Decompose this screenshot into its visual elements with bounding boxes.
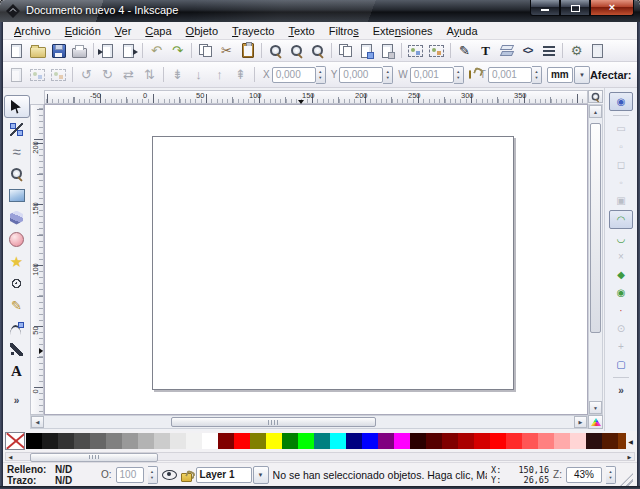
vertical-scrollbar[interactable] bbox=[588, 104, 603, 415]
snap-nodes-button[interactable]: ◠ bbox=[609, 210, 633, 229]
star-tool-button[interactable]: ★ bbox=[5, 251, 29, 272]
zoom-page-button[interactable] bbox=[307, 41, 328, 61]
palette-swatch[interactable] bbox=[170, 433, 186, 449]
raise-to-top-button[interactable]: ⇞ bbox=[230, 65, 251, 85]
selector-tool-button[interactable] bbox=[4, 95, 30, 118]
snap-cusp-nodes-button[interactable]: ◆ bbox=[610, 266, 632, 283]
paste-button[interactable] bbox=[237, 41, 258, 61]
create-clone-button[interactable] bbox=[356, 41, 377, 61]
palette-scroll-right-icon[interactable] bbox=[625, 453, 634, 460]
pencil-tool-button[interactable]: ✎ bbox=[5, 295, 29, 316]
spiral-tool-button[interactable] bbox=[5, 273, 29, 294]
copy-button[interactable] bbox=[195, 41, 216, 61]
snap-bbox-centers-button[interactable]: ▣ bbox=[610, 192, 632, 209]
layer-visibility-eye-icon[interactable] bbox=[162, 470, 177, 480]
palette-swatch[interactable] bbox=[74, 433, 90, 449]
scroll-down-arrow-icon[interactable] bbox=[589, 401, 602, 414]
rotate-cw-button[interactable]: ↻ bbox=[97, 65, 118, 85]
palette-swatch[interactable] bbox=[90, 433, 106, 449]
snap-line-midpoints-button[interactable]: · bbox=[610, 302, 632, 319]
palette-swatch[interactable] bbox=[570, 433, 586, 449]
palette-scroll-arrow-icon[interactable] bbox=[626, 433, 635, 449]
layer-selector[interactable]: Layer 1 bbox=[196, 466, 269, 484]
unit-select-arrow-icon[interactable] bbox=[574, 66, 590, 84]
close-button[interactable]: × bbox=[590, 0, 634, 16]
palette-swatch[interactable] bbox=[538, 433, 554, 449]
cut-button[interactable]: ✂ bbox=[216, 41, 237, 61]
layer-selector-arrow-icon[interactable] bbox=[253, 466, 269, 484]
tweak-tool-button[interactable]: ≈ bbox=[5, 141, 29, 162]
palette-swatch[interactable] bbox=[250, 433, 266, 449]
palette-swatch[interactable] bbox=[218, 433, 234, 449]
scroll-up-arrow-icon[interactable] bbox=[589, 105, 602, 118]
menu-trayecto[interactable]: Trayecto bbox=[225, 23, 281, 39]
box3d-tool-button[interactable] bbox=[5, 207, 29, 228]
vertical-scrollbar-thumb[interactable] bbox=[590, 123, 601, 333]
calligraphy-tool-button[interactable] bbox=[5, 339, 29, 360]
palette-swatch[interactable] bbox=[458, 433, 474, 449]
flip-vertical-button[interactable]: ⇅ bbox=[139, 65, 160, 85]
snap-bbox-edge-midpoints-button[interactable]: ◦ bbox=[610, 174, 632, 191]
snap-bbox-edges-button[interactable]: ▫ bbox=[610, 138, 632, 155]
minimize-button[interactable] bbox=[530, 0, 560, 16]
palette-swatch[interactable] bbox=[298, 433, 314, 449]
scroll-left-arrow-icon[interactable] bbox=[31, 416, 44, 428]
y-spinner[interactable] bbox=[383, 66, 393, 84]
rectangle-tool-button[interactable] bbox=[5, 185, 29, 206]
palette-swatch[interactable] bbox=[186, 433, 202, 449]
titlebar[interactable]: Documento nuevo 4 - Inkscape × bbox=[0, 0, 640, 22]
scroll-right-arrow-icon[interactable] bbox=[574, 416, 587, 428]
snap-bbox-corners-button[interactable]: ◻ bbox=[610, 156, 632, 173]
menu-edicion[interactable]: Edición bbox=[58, 23, 108, 39]
maximize-button[interactable] bbox=[560, 0, 590, 16]
snap-smooth-nodes-button[interactable]: ◉ bbox=[610, 284, 632, 301]
palette-swatch[interactable] bbox=[234, 433, 250, 449]
palette-swatch[interactable] bbox=[442, 433, 458, 449]
palette-swatch[interactable] bbox=[586, 433, 602, 449]
lower-button[interactable]: ↓ bbox=[188, 65, 209, 85]
palette-scrollbar-thumb[interactable] bbox=[30, 453, 158, 462]
redo-button[interactable]: ↷ bbox=[167, 41, 188, 61]
fill-stroke-indicator[interactable]: Relleno:N/D Trazo:N/D bbox=[7, 464, 97, 486]
horizontal-scrollbar[interactable] bbox=[30, 415, 588, 429]
lock-ratio-icon[interactable] bbox=[469, 70, 471, 79]
palette-swatch[interactable] bbox=[554, 433, 570, 449]
palette-scroll-left-icon[interactable] bbox=[6, 453, 15, 460]
palette-swatch[interactable] bbox=[202, 433, 218, 449]
palette-swatch[interactable] bbox=[474, 433, 490, 449]
opacity-field[interactable]: 100 bbox=[116, 467, 144, 483]
sticky-zoom-button[interactable] bbox=[588, 90, 603, 103]
import-button[interactable] bbox=[97, 41, 118, 61]
palette-none-swatch[interactable] bbox=[5, 432, 25, 450]
open-button[interactable] bbox=[27, 41, 48, 61]
palette-scrollbar-track[interactable] bbox=[5, 452, 635, 461]
width-spinner[interactable] bbox=[454, 66, 464, 84]
x-spinner[interactable] bbox=[316, 66, 326, 84]
palette-swatch[interactable] bbox=[266, 433, 282, 449]
layer-lock-icon[interactable] bbox=[181, 473, 192, 482]
palette-swatch[interactable] bbox=[106, 433, 122, 449]
horizontal-ruler[interactable]: -50050100150200250300350 bbox=[44, 90, 588, 104]
palette-swatch[interactable] bbox=[506, 433, 522, 449]
snap-enable-button[interactable]: ◉ bbox=[609, 92, 633, 111]
duplicate-button[interactable] bbox=[335, 41, 356, 61]
palette-swatch[interactable] bbox=[346, 433, 362, 449]
layers-dialog-button[interactable] bbox=[496, 41, 517, 61]
undo-button[interactable]: ↶ bbox=[146, 41, 167, 61]
bezier-tool-button[interactable] bbox=[5, 317, 29, 338]
unlink-clone-button[interactable] bbox=[377, 41, 398, 61]
palette-swatch[interactable] bbox=[330, 433, 346, 449]
snap-object-centers-button[interactable]: ⊙ bbox=[610, 320, 632, 337]
palette-swatch[interactable] bbox=[122, 433, 138, 449]
unit-select[interactable]: mm bbox=[547, 67, 573, 83]
menu-ayuda[interactable]: Ayuda bbox=[440, 23, 485, 39]
menu-filtros[interactable]: Filtros bbox=[322, 23, 366, 39]
horizontal-scrollbar-thumb[interactable] bbox=[171, 417, 376, 427]
snap-paths-button[interactable]: ◡ bbox=[610, 230, 632, 247]
xml-editor-button[interactable]: <> bbox=[517, 41, 538, 61]
palette-swatch[interactable] bbox=[394, 433, 410, 449]
width-field[interactable]: 0,001 bbox=[410, 67, 454, 83]
palette-swatch[interactable] bbox=[42, 433, 58, 449]
height-spinner[interactable] bbox=[532, 66, 542, 84]
palette-swatch[interactable] bbox=[58, 433, 74, 449]
